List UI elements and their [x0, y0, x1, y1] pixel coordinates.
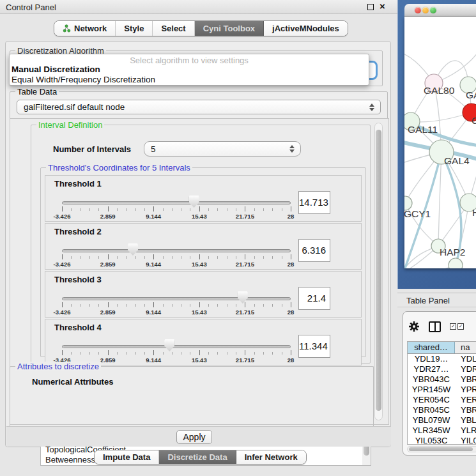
table-row[interactable]: YPR145WYPR1: [408, 385, 476, 395]
threshold-label: Threshold 1: [54, 179, 102, 188]
network-node[interactable]: [449, 258, 463, 268]
slider-tick-labels: -3.4262.8599.14415.4321.71528: [62, 309, 291, 316]
table-panel: ✓ ✓ shared… na YDL19…YDL1YDR27…YDR2YBR04…: [403, 311, 476, 456]
slider-track[interactable]: [62, 345, 291, 348]
tab-cyni-toolbox[interactable]: Cyni Toolbox: [195, 21, 264, 36]
table-row[interactable]: YER054CYER0: [408, 395, 476, 405]
table-data-combobox[interactable]: galFiltered.sif default node: [17, 100, 381, 114]
tab-infer-network[interactable]: Infer Network: [236, 450, 306, 464]
tab-network[interactable]: Network: [54, 21, 116, 36]
algorithm-dropdown-popup: Select algorithm to view settings Manual…: [9, 54, 369, 86]
combo-spinner-icon[interactable]: [369, 104, 374, 111]
close-light-icon[interactable]: [415, 7, 421, 13]
slider-track[interactable]: [62, 201, 291, 204]
tab-discretize-data[interactable]: Discretize Data: [159, 450, 236, 464]
attributes-group-title: Attributes to discretize: [15, 362, 101, 371]
slider-ticks: [62, 206, 291, 213]
network-canvas[interactable]: GAL80GACGAL11GAL4GCY1HHAP2: [404, 17, 476, 268]
slider-track[interactable]: [62, 249, 291, 252]
table-panel-titlebar: Table Panel: [397, 293, 476, 307]
apply-strip: Apply: [6, 426, 391, 447]
minimize-light-icon[interactable]: [422, 7, 429, 13]
float-window-icon[interactable]: [367, 4, 374, 10]
network-window-titlebar: [404, 4, 476, 17]
table-header-row: shared… na: [408, 342, 476, 354]
threshold-label: Threshold 2: [54, 227, 102, 236]
tab-select[interactable]: Select: [153, 21, 194, 36]
table-row[interactable]: YLR345WYLR3: [408, 426, 476, 436]
thresholds-group-title: Threshold's Coordinates for 5 Intervals: [46, 163, 192, 173]
threshold-panel: Threshold 1 -3.4262.8599.14415.4321.7152…: [45, 175, 362, 222]
table-data-group: Table Data galFiltered.sif default node: [10, 91, 388, 119]
threshold-value-field[interactable]: 14.713: [298, 191, 330, 214]
node-label: GCY1: [404, 208, 431, 219]
tab-impute-data[interactable]: Impute Data: [95, 450, 159, 464]
threshold-panel: Threshold 2 -3.4262.8599.14415.4321.7152…: [45, 223, 362, 270]
control-panel-titlebar: Control Panel ×: [0, 0, 397, 14]
gear-icon[interactable]: [408, 321, 420, 332]
table-row[interactable]: YBR043CYBR0: [408, 374, 476, 385]
threshold-label: Threshold 3: [54, 275, 102, 284]
node-attribute-table: shared… na YDL19…YDL1YDR27…YDR2YBR043CYB…: [407, 341, 476, 445]
checkbox-icon[interactable]: ✓: [457, 323, 464, 330]
table-row[interactable]: YIL053CYIL0: [408, 436, 476, 445]
thresholds-group: Threshold's Coordinates for 5 Intervals …: [40, 167, 366, 357]
panel-title: Control Panel: [6, 3, 56, 12]
column-header-name[interactable]: na: [455, 342, 476, 353]
scrollbar-thumb[interactable]: [409, 447, 473, 451]
bottom-mode-tabs: Impute DataDiscretize DataInfer Network: [94, 450, 307, 464]
scrollbar-thumb[interactable]: [376, 130, 381, 411]
combo-spinner-icon[interactable]: [289, 145, 295, 153]
node-label: GAL11: [408, 124, 438, 135]
table-row[interactable]: YBL079WYBL0: [408, 415, 476, 426]
tab-jactivemnodules[interactable]: jActiveMNodules: [264, 21, 348, 36]
settings-vertical-scrollbar[interactable]: [374, 123, 383, 420]
table-panel-title: Table Panel: [406, 296, 450, 305]
slider-ticks: [62, 302, 291, 309]
control-panel-tabs: NetworkStyleSelectCyni ToolboxjActiveMNo…: [54, 20, 348, 36]
node-label: HAP2: [440, 247, 466, 257]
table-toolbar: ✓ ✓: [408, 318, 476, 335]
slider-ticks: [62, 350, 291, 357]
number-of-intervals-label: Number of Intervals: [53, 144, 131, 154]
table-horizontal-scrollbar[interactable]: [407, 446, 476, 452]
network-window-frame: GAL80GACGAL11GAL4GCY1HHAP2: [397, 0, 476, 289]
interval-definition-group: Interval Definition Number of Intervals …: [31, 125, 371, 364]
node-label: GAL80: [424, 85, 455, 96]
slider-tick-labels: -3.4262.8599.14415.4321.71528: [62, 261, 291, 268]
table-row[interactable]: YBR045CYBR0: [408, 405, 476, 415]
cyni-toolbox-panel: Discretization Algorithm Table Data galF…: [5, 41, 391, 447]
threshold-panel: Threshold 3 -3.4262.8599.14415.4321.7152…: [45, 271, 362, 318]
column-header-shared-name[interactable]: shared…: [408, 342, 455, 353]
node-label: H: [472, 207, 476, 218]
table-data-title: Table Data: [15, 87, 59, 96]
dropdown-option[interactable]: Equal Width/Frequency Discretization: [10, 75, 369, 85]
app-root: Control Panel × NetworkStyleSelectCyni T…: [0, 0, 476, 476]
interval-definition-title: Interval Definition: [36, 120, 104, 130]
table-row[interactable]: YDL19…YDL1: [408, 354, 476, 364]
number-of-intervals-combobox[interactable]: 5: [144, 141, 301, 157]
slider-track[interactable]: [62, 297, 291, 300]
node-label: GA: [466, 89, 476, 100]
dropdown-placeholder: Select algorithm to view settings: [10, 54, 369, 65]
apply-button[interactable]: Apply: [176, 430, 212, 444]
checkbox-icon[interactable]: ✓: [450, 323, 456, 330]
threshold-panel: Threshold 4 -3.4262.8599.14415.4321.7152…: [45, 319, 362, 365]
threshold-value-field[interactable]: 6.316: [298, 239, 330, 262]
table-row[interactable]: YDR27…YDR2: [408, 364, 476, 374]
threshold-value-field[interactable]: 11.344: [298, 335, 330, 358]
dropdown-option[interactable]: Manual Discretization: [10, 65, 369, 75]
slider-tick-labels: -3.4262.8599.14415.4321.71528: [62, 213, 291, 220]
split-columns-icon[interactable]: [429, 321, 441, 332]
node-label: GAL4: [444, 155, 470, 166]
threshold-list: Threshold 1 -3.4262.8599.14415.4321.7152…: [45, 175, 362, 367]
close-icon[interactable]: ×: [380, 1, 385, 12]
threshold-value-field[interactable]: 21.4: [298, 287, 330, 310]
zoom-light-icon[interactable]: [430, 7, 436, 13]
node-label: C: [472, 115, 476, 126]
numerical-attributes-label: Numerical Attributes: [32, 377, 113, 387]
threshold-label: Threshold 4: [54, 323, 102, 332]
network-graph[interactable]: GAL80GACGAL11GAL4GCY1HHAP2: [404, 17, 476, 268]
tab-style[interactable]: Style: [116, 21, 153, 36]
network-icon: [63, 24, 71, 33]
